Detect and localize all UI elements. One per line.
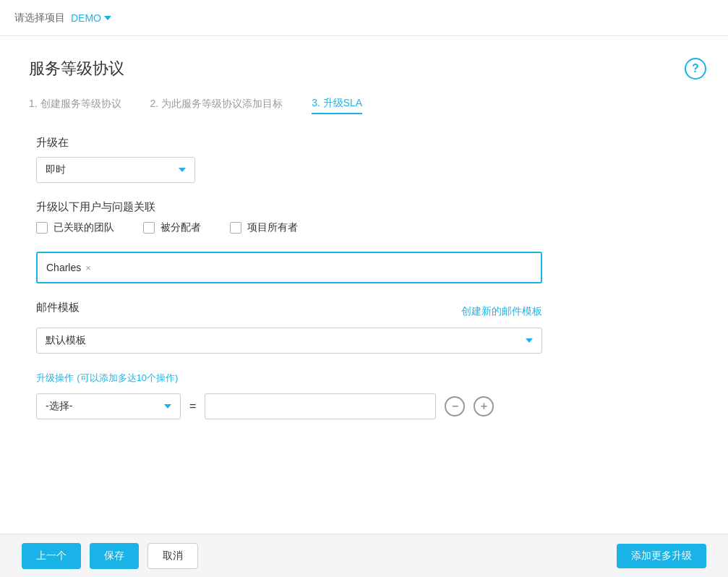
escalation-time-chevron [179,168,186,172]
checkbox-box-2[interactable] [143,222,155,234]
action-row: -选择- = − + [36,393,692,419]
footer-left-buttons: 上一个 保存 取消 [22,543,198,569]
step-1[interactable]: 1. 创建服务等级协议 [29,98,121,114]
checkbox-assignee[interactable]: 被分配者 [143,221,201,234]
steps-nav: 1. 创建服务等级协议 2. 为此服务等级协议添加目标 3. 升级SLA [29,97,699,114]
equals-sign: = [189,400,196,413]
actions-label: 升级操作 (可以添加多达10个操作) [36,371,692,385]
tag-close-icon[interactable]: × [85,263,91,273]
charles-tag: Charles × [46,262,91,273]
email-template-row: 邮件模板 创建新的邮件模板 [36,301,542,322]
email-template-value: 默认模板 [46,334,86,347]
checkbox-label-1: 已关联的团队 [53,221,114,234]
user-link-label: 升级以下用户与问题关联 [36,200,692,214]
tag-text: Charles [46,262,81,273]
footer: 上一个 保存 取消 添加更多升级 [0,534,728,577]
step-3[interactable]: 3. 升级SLA [312,97,362,114]
action-select-chevron [164,404,171,409]
checkbox-label-2: 被分配者 [160,221,201,234]
remove-action-button[interactable]: − [445,396,465,416]
demo-label[interactable]: DEMO [71,12,101,24]
action-value-input[interactable] [205,393,436,419]
checkbox-box-1[interactable] [36,222,48,234]
actions-hint: (可以添加多达10个操作) [77,372,178,383]
add-action-button[interactable]: + [474,396,494,416]
checkbox-group: 已关联的团队 被分配者 项目所有者 [36,221,692,234]
page-title: 服务等级协议 [29,58,699,80]
escalation-time-label: 升级在 [36,136,692,150]
add-more-escalation-button[interactable]: 添加更多升级 [617,544,706,568]
actions-label-text: 升级操作 [36,372,74,383]
action-select-placeholder: -选择- [46,400,72,413]
project-dropdown-chevron[interactable] [104,16,111,20]
help-icon[interactable]: ? [685,58,706,80]
create-email-template-link[interactable]: 创建新的邮件模板 [461,305,542,318]
checkbox-project-owner[interactable]: 项目所有者 [230,221,298,234]
escalation-time-dropdown[interactable]: 即时 [36,157,195,183]
select-project-label: 请选择项目 [14,12,65,25]
cancel-button[interactable]: 取消 [147,543,198,569]
checkbox-box-3[interactable] [230,222,241,234]
checkbox-label-3: 项目所有者 [247,221,298,234]
prev-button[interactable]: 上一个 [22,543,81,569]
step-2[interactable]: 2. 为此服务等级协议添加目标 [150,98,283,114]
escalation-time-value: 即时 [46,163,66,176]
form-section: 升级在 即时 升级以下用户与问题关联 已关联的团队 被分配者 项目所有者 [29,136,699,419]
email-template-dropdown[interactable]: 默认模板 [36,328,542,354]
user-tag-input[interactable]: Charles × [36,252,542,283]
action-select-dropdown[interactable]: -选择- [36,393,181,419]
email-template-label: 邮件模板 [36,301,80,315]
save-button[interactable]: 保存 [90,543,139,569]
main-content: 服务等级协议 ? 1. 创建服务等级协议 2. 为此服务等级协议添加目标 3. … [0,36,728,434]
checkbox-associated-team[interactable]: 已关联的团队 [36,221,114,234]
email-template-chevron [526,338,533,343]
header: 请选择项目 DEMO [0,0,728,36]
